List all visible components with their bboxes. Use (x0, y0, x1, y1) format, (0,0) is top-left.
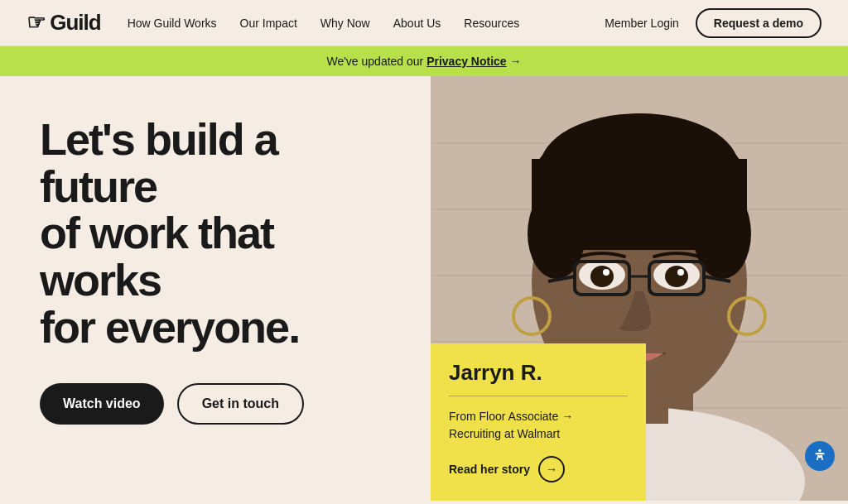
nav-item-resources[interactable]: Resources (464, 16, 519, 31)
nav-item-our-impact[interactable]: Our Impact (240, 16, 297, 31)
nav-left: ☞ Guild How Guild Works Our Impact Why N… (26, 10, 519, 36)
nav-links: How Guild Works Our Impact Why Now About… (128, 16, 520, 31)
read-story-link[interactable]: Read her story → (449, 456, 628, 482)
main-content: Let's build a future of work that works … (0, 76, 848, 501)
nav-right: Member Login Request a demo (605, 8, 822, 38)
story-description: From Floor Associate → Recruiting at Wal… (449, 408, 628, 443)
accessibility-button[interactable] (805, 441, 835, 471)
hero-headline: Let's build a future of work that works … (40, 116, 398, 350)
svg-point-17 (590, 266, 614, 287)
svg-rect-14 (532, 159, 747, 250)
member-login-link[interactable]: Member Login (605, 17, 679, 30)
banner-text: We've updated our (326, 55, 426, 68)
hero-left: Let's build a future of work that works … (0, 76, 431, 501)
watch-video-button[interactable]: Watch video (40, 383, 164, 425)
logo[interactable]: ☞ Guild (26, 10, 101, 36)
story-divider (449, 396, 628, 396)
story-card: Jarryn R. From Floor Associate → Recruit… (431, 343, 646, 501)
request-demo-button[interactable]: Request a demo (696, 8, 822, 38)
svg-point-18 (665, 266, 688, 287)
read-story-arrow-icon: → (538, 456, 565, 482)
nav-item-about-us[interactable]: About Us (393, 16, 441, 31)
privacy-notice-link[interactable]: Privacy Notice (426, 55, 507, 68)
privacy-notice-banner: We've updated our Privacy Notice → (0, 46, 848, 76)
svg-point-20 (677, 269, 684, 276)
accessibility-icon (812, 448, 828, 464)
nav-item-why-now[interactable]: Why Now (320, 16, 370, 31)
get-in-touch-button[interactable]: Get in touch (177, 383, 304, 425)
svg-point-28 (818, 449, 821, 452)
hero-buttons: Watch video Get in touch (40, 383, 398, 425)
navigation: ☞ Guild How Guild Works Our Impact Why N… (0, 0, 848, 46)
svg-point-19 (603, 269, 610, 276)
nav-item-how-guild-works[interactable]: How Guild Works (128, 16, 217, 31)
story-person-name: Jarryn R. (449, 360, 628, 386)
hero-right: Jarryn R. From Floor Associate → Recruit… (431, 76, 848, 501)
